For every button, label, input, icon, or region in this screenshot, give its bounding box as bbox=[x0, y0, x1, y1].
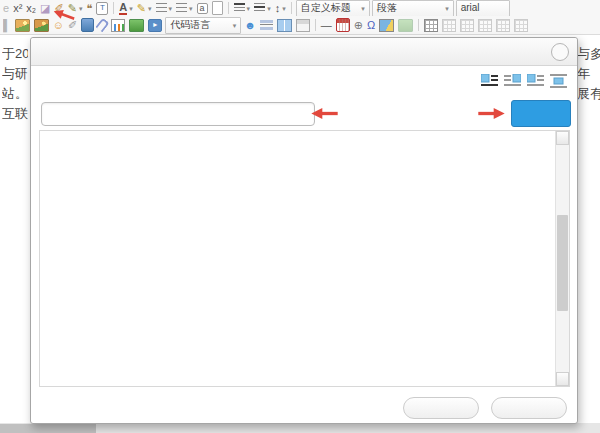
editor-text-line: 与多 bbox=[577, 44, 600, 64]
editor-text-line: 站。 bbox=[2, 84, 28, 104]
search-button[interactable] bbox=[511, 100, 571, 127]
superscript-icon[interactable]: x² bbox=[12, 1, 23, 16]
grid-scrollbar[interactable] bbox=[555, 131, 569, 386]
toolbar-item-label: 自定义标题 bbox=[301, 3, 351, 13]
emotion-icon[interactable]: ☻ bbox=[243, 18, 257, 33]
font-color-icon[interactable]: A bbox=[118, 1, 133, 16]
toolbar-glyph: ✎ bbox=[137, 3, 146, 14]
separator bbox=[291, 2, 292, 14]
subscript-icon[interactable]: x₂ bbox=[25, 1, 37, 16]
toolbar-glyph: e bbox=[3, 3, 9, 14]
toolbar-glyph: ↕ bbox=[275, 3, 281, 14]
clipped-icon-left[interactable]: e bbox=[2, 1, 10, 16]
align-top-icon[interactable] bbox=[233, 1, 252, 16]
multi-image-upload-icon[interactable] bbox=[33, 18, 50, 33]
insert-table-icon[interactable] bbox=[423, 18, 439, 33]
merge-cells-icon[interactable] bbox=[495, 18, 511, 33]
highlight-color-icon[interactable]: ✎ bbox=[136, 1, 153, 16]
separator bbox=[418, 19, 419, 31]
scrollbar-thumb[interactable] bbox=[557, 215, 568, 311]
close-icon[interactable] bbox=[551, 43, 569, 61]
cancel-button[interactable] bbox=[491, 397, 567, 419]
toolbar-glyph: a bbox=[197, 3, 208, 14]
blank-doc-icon[interactable] bbox=[211, 1, 224, 16]
editor-statusbar-corner bbox=[0, 424, 96, 433]
toolbar-glyph: x₂ bbox=[26, 3, 36, 14]
delete-table-icon[interactable] bbox=[441, 18, 457, 33]
toolbar-item-label: 代码语言 bbox=[170, 20, 210, 30]
horizontal-rule-icon[interactable]: — bbox=[320, 18, 333, 33]
editor-text-line: 与研 bbox=[2, 64, 28, 84]
separator bbox=[228, 2, 229, 14]
code-language-dropdown[interactable]: 代码语言 bbox=[165, 17, 241, 34]
toolbar-glyph: ▌ bbox=[3, 20, 11, 31]
clock-icon[interactable]: ⊕ bbox=[353, 18, 364, 33]
insert-col-icon[interactable] bbox=[477, 18, 493, 33]
editor-text-line: 展有 bbox=[577, 84, 600, 104]
toolbar-glyph: x² bbox=[13, 3, 22, 14]
image-search-input[interactable] bbox=[41, 102, 315, 126]
scroll-up-icon[interactable] bbox=[556, 131, 569, 145]
columns-icon[interactable] bbox=[276, 18, 293, 33]
paste-icon[interactable] bbox=[95, 1, 109, 16]
confirm-button[interactable] bbox=[403, 397, 479, 419]
insert-image-icon[interactable] bbox=[14, 18, 31, 33]
clipped-icon-left[interactable]: ▌ bbox=[2, 18, 12, 33]
video-icon[interactable] bbox=[147, 18, 163, 33]
custom-title-dropdown[interactable]: 自定义标题 bbox=[296, 0, 370, 16]
scroll-down-icon[interactable] bbox=[556, 372, 569, 386]
toolbar-item-label: arial bbox=[461, 3, 480, 13]
screenshot-icon[interactable] bbox=[397, 18, 414, 33]
blockquote-icon[interactable]: ❝ bbox=[85, 1, 93, 16]
image-grid-inner bbox=[42, 132, 555, 386]
image-float-options bbox=[475, 74, 567, 88]
toolbar-glyph: — bbox=[321, 20, 332, 31]
chart-icon[interactable] bbox=[110, 18, 126, 33]
template-icon[interactable] bbox=[295, 18, 311, 33]
editor-text-fragment-left: 于20与研站。互联 bbox=[2, 44, 28, 124]
pagebreak-icon[interactable] bbox=[259, 18, 274, 33]
image-grid bbox=[39, 130, 570, 387]
editor-toolbar: e x² x₂ ◪ ✐ ✎ bbox=[0, 0, 600, 35]
toolbar-row-2: ▌ ☺ ✐ bbox=[0, 16, 600, 34]
editor-text-line: 于20 bbox=[2, 44, 28, 64]
attachment-icon[interactable] bbox=[97, 18, 108, 33]
annotation-arrow-search-input bbox=[311, 108, 338, 119]
map-icon[interactable] bbox=[378, 18, 395, 33]
toolbar-item-label: 段落 bbox=[377, 3, 397, 13]
float-left-icon[interactable] bbox=[527, 74, 544, 88]
unordered-list-icon[interactable] bbox=[175, 1, 194, 16]
toolbar-glyph: Ω bbox=[367, 20, 375, 31]
float-right-icon[interactable] bbox=[504, 74, 521, 88]
eraser-icon[interactable]: ◪ bbox=[39, 1, 51, 16]
ordered-list-icon[interactable] bbox=[155, 1, 174, 16]
toolbar-row-1: e x² x₂ ◪ ✐ ✎ bbox=[0, 0, 600, 16]
auto-typeset-icon[interactable]: a bbox=[196, 1, 209, 16]
separator bbox=[113, 2, 114, 14]
snapshot-icon[interactable] bbox=[128, 18, 145, 33]
dialog-header[interactable] bbox=[31, 38, 577, 66]
separator bbox=[315, 19, 316, 31]
editor-text-line: 互联 bbox=[2, 104, 28, 124]
font-family-dropdown[interactable]: arial bbox=[456, 0, 510, 16]
multi-image-upload-dialog bbox=[30, 37, 578, 424]
toolbar-glyph: ❝ bbox=[86, 3, 92, 14]
special-char-icon[interactable]: Ω bbox=[366, 18, 376, 33]
line-height-icon[interactable]: ↕ bbox=[274, 1, 287, 16]
float-default-icon[interactable] bbox=[481, 74, 498, 88]
insert-row-icon[interactable] bbox=[459, 18, 475, 33]
toolbar-glyph: ⊕ bbox=[354, 20, 363, 31]
toolbar-glyph: ☺ bbox=[53, 20, 64, 31]
paragraph-dropdown[interactable]: 段落 bbox=[372, 0, 454, 16]
toolbar-glyph: ☻ bbox=[244, 20, 256, 31]
music-icon[interactable] bbox=[80, 18, 95, 33]
calendar-icon[interactable] bbox=[335, 18, 351, 33]
float-center-icon[interactable] bbox=[550, 74, 567, 88]
toolbar-glyph: A bbox=[119, 2, 127, 15]
editor-text-fragment-right: 与多年展有 bbox=[577, 44, 600, 104]
toolbar-glyph: ◪ bbox=[40, 3, 50, 14]
editor-text-line: 年 bbox=[577, 64, 600, 84]
annotation-arrow-search-button bbox=[478, 108, 505, 119]
align-middle-icon[interactable] bbox=[253, 1, 272, 16]
split-cells-icon[interactable] bbox=[513, 18, 529, 33]
